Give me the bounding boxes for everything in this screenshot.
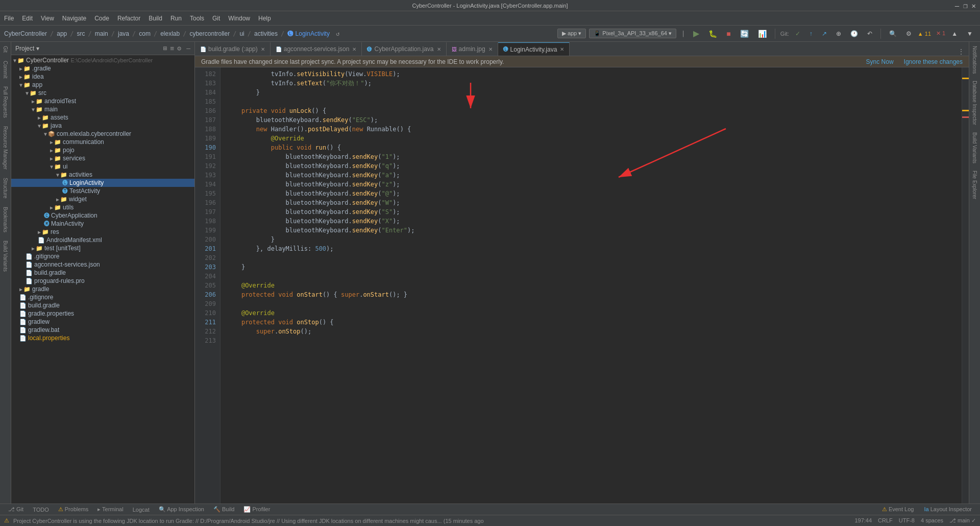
tabs-overflow[interactable]: ⋮: [953, 47, 969, 56]
debug-button[interactable]: 🐛: [705, 29, 720, 39]
tree-activities-dir[interactable]: ▼ 📁 activities: [11, 171, 194, 179]
tree-app-buildgradle[interactable]: 📄 build.gradle: [11, 269, 194, 277]
tree-androidmanifest[interactable]: 📄 AndroidManifest.xml: [11, 236, 194, 244]
tree-cyberapplication[interactable]: 🅒 CyberApplication: [11, 211, 194, 220]
bottom-tab-todo[interactable]: TODO: [29, 506, 53, 514]
tree-utils-dir[interactable]: ▶ 📁 utils: [11, 203, 194, 211]
breadcrumb-activities[interactable]: activities: [254, 30, 278, 37]
tree-local-properties[interactable]: 📄 local.properties: [11, 334, 194, 342]
menu-build[interactable]: Build: [149, 15, 162, 22]
tree-main-dir[interactable]: ▼ 📁 main: [11, 105, 194, 113]
tree-root-buildgradle[interactable]: 📄 build.gradle: [11, 301, 194, 309]
right-build-variants[interactable]: Build Variants: [971, 130, 978, 165]
code-content[interactable]: tvInfo.setVisibility(View.VISIBLE); tvIn…: [220, 67, 962, 504]
tree-app-gitignore[interactable]: 📄 .gitignore: [11, 252, 194, 260]
maximize-button[interactable]: ❐: [963, 2, 967, 10]
close-button[interactable]: ✕: [972, 2, 976, 10]
tree-test-dir[interactable]: ▶ 📁 test [unitTest]: [11, 244, 194, 252]
status-branch[interactable]: ⎇ main ✓: [949, 517, 976, 524]
right-notifications[interactable]: Notifications: [971, 44, 978, 76]
device-button[interactable]: 📱 Pixel_3a_API_33_x86_64 ▾: [589, 29, 676, 38]
breadcrumb-ui[interactable]: ui: [239, 30, 244, 37]
sidebar-resource-manager[interactable]: Resource Manager: [2, 124, 9, 172]
menu-view[interactable]: View: [41, 15, 54, 22]
bottom-tab-eventlog[interactable]: ⚠ Event Log: [878, 505, 918, 514]
tree-ui-dir[interactable]: ▼ 📁 ui: [11, 162, 194, 171]
right-file-explorer[interactable]: File Explorer: [971, 169, 978, 201]
right-database[interactable]: Database Inspector: [971, 79, 978, 127]
undo-button[interactable]: ↶: [864, 29, 875, 38]
git-update[interactable]: ↑: [806, 29, 816, 38]
sidebar-commit[interactable]: Commit: [2, 59, 9, 80]
sidebar-git[interactable]: Git: [2, 44, 9, 55]
expand-button[interactable]: ▲: [948, 29, 961, 38]
tree-communication-dir[interactable]: ▶ 📁 communication: [11, 138, 194, 146]
status-spaces[interactable]: 4 spaces: [921, 517, 943, 524]
menu-tools[interactable]: Tools: [190, 15, 204, 22]
tab-buildgradle-close[interactable]: ✕: [261, 46, 265, 52]
git-push[interactable]: ↗: [819, 29, 830, 38]
menu-file[interactable]: File: [4, 15, 14, 22]
tab-cyberapplication-close[interactable]: ✕: [437, 46, 441, 52]
sidebar-pull-requests[interactable]: Pull Requests: [2, 84, 9, 120]
ignore-button[interactable]: Ignore these changes: [904, 58, 963, 65]
window-controls[interactable]: — ❐ ✕: [955, 2, 976, 10]
tab-agconnect-close[interactable]: ✕: [352, 46, 356, 52]
tree-gradle-folder[interactable]: ▶ 📁 gradle: [11, 285, 194, 293]
tree-idea-dir[interactable]: ▶ 📁 idea: [11, 73, 194, 81]
tab-cyberapplication[interactable]: 🅒 CyberApplication.java ✕: [362, 42, 446, 56]
tree-mainactivity[interactable]: 🅜 MainActivity: [11, 220, 194, 228]
tab-loginactivity[interactable]: 🅛 LoginActivity.java ✕: [498, 42, 570, 56]
tree-res-dir[interactable]: ▶ 📁 res: [11, 228, 194, 236]
breadcrumb-main[interactable]: main: [95, 30, 108, 37]
tree-content[interactable]: ▼ 📁 CyberController E:\Code\Android\Cybe…: [11, 55, 194, 504]
git-pull[interactable]: ⊕: [833, 29, 844, 38]
app-config-button[interactable]: ▶ app ▾: [557, 29, 586, 38]
bottom-tab-appinspection[interactable]: 🔍 App Inspection: [155, 505, 208, 514]
sidebar-structure[interactable]: Structure: [2, 176, 9, 201]
bottom-tab-layoutinspector[interactable]: Ia Layout Inspector: [920, 505, 976, 514]
breadcrumb-arrow[interactable]: ↺: [336, 30, 339, 37]
git-checkmark[interactable]: ✓: [792, 29, 803, 38]
menu-git[interactable]: Git: [212, 15, 220, 22]
breadcrumb-com[interactable]: com: [139, 30, 151, 37]
bottom-tab-build[interactable]: 🔨 Build: [209, 505, 239, 514]
tree-assets-dir[interactable]: ▶ 📁 assets: [11, 113, 194, 122]
tree-app-dir[interactable]: ▼ 📁 app: [11, 81, 194, 89]
status-encoding[interactable]: UTF-8: [899, 517, 915, 524]
sync-button[interactable]: 🔄: [737, 29, 752, 39]
tree-agconnect[interactable]: 📄 agconnect-services.json: [11, 260, 194, 269]
bottom-tab-problems[interactable]: ⚠ Problems: [54, 505, 93, 514]
breadcrumb-cybercontroller[interactable]: cybercontroller: [189, 30, 230, 37]
tree-services-dir[interactable]: ▶ 📁 services: [11, 154, 194, 162]
bottom-tab-terminal[interactable]: ▸ Terminal: [93, 505, 127, 514]
menu-window[interactable]: Window: [228, 15, 250, 22]
menu-help[interactable]: Help: [258, 15, 271, 22]
sidebar-bookmarks[interactable]: Bookmarks: [2, 205, 9, 234]
collapse-button[interactable]: ▼: [964, 29, 976, 38]
clock-button[interactable]: 🕐: [847, 29, 861, 38]
tree-testactivity[interactable]: 🅣 TestActivity: [11, 187, 194, 195]
breadcrumb-app[interactable]: app: [57, 30, 67, 37]
menu-refactor[interactable]: Refactor: [117, 15, 140, 22]
breadcrumb-loginactivity[interactable]: 🅛 LoginActivity: [287, 30, 330, 37]
breadcrumb-java[interactable]: java: [118, 30, 129, 37]
breadcrumb-src[interactable]: src: [77, 30, 85, 37]
tab-loginactivity-close[interactable]: ✕: [560, 46, 564, 52]
right-scrollbar[interactable]: [962, 67, 969, 504]
bottom-tab-git[interactable]: ⎇ Git: [4, 505, 28, 514]
tree-pojo-dir[interactable]: ▶ 📁 pojo: [11, 146, 194, 154]
tree-icon-close[interactable]: —: [186, 44, 190, 52]
stop-button[interactable]: ■: [723, 29, 733, 39]
menu-run[interactable]: Run: [170, 15, 182, 22]
tree-loginactivity[interactable]: 🅛 LoginActivity: [11, 179, 194, 187]
run-button[interactable]: ▶: [690, 28, 702, 39]
tree-gradle-properties[interactable]: 📄 gradle.properties: [11, 309, 194, 318]
tab-adminjpg-close[interactable]: ✕: [488, 46, 493, 52]
tree-widget-dir[interactable]: ▶ 📁 widget: [11, 195, 194, 203]
tree-gradlew-bat[interactable]: 📄 gradlew.bat: [11, 326, 194, 334]
tree-androidtest-dir[interactable]: ▶ 📁 androidTest: [11, 97, 194, 105]
tree-gradle-dir[interactable]: ▶ 📁 .gradle: [11, 64, 194, 73]
tree-root-gitignore[interactable]: 📄 .gitignore: [11, 293, 194, 301]
tree-package-dir[interactable]: ▼ 📦 com.elexlab.cybercontroller: [11, 130, 194, 138]
